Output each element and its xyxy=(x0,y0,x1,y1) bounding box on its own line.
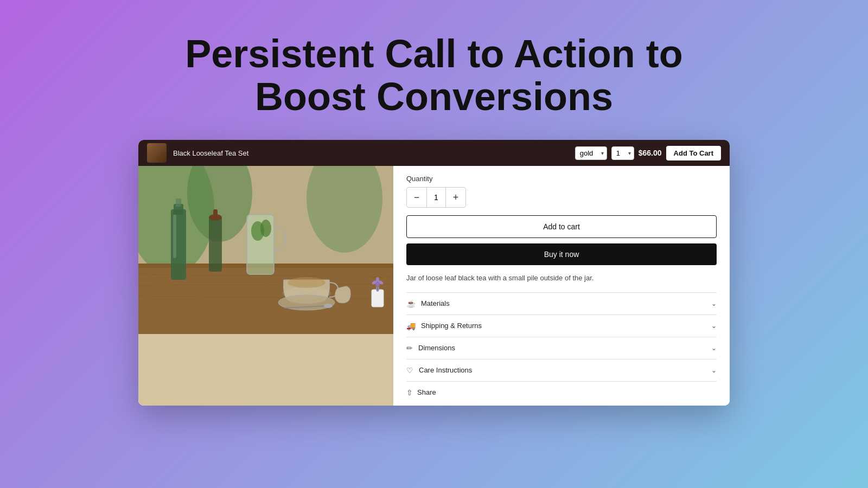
svg-rect-19 xyxy=(213,209,218,220)
svg-point-21 xyxy=(288,277,326,288)
shipping-chevron-icon: ⌄ xyxy=(711,322,717,330)
materials-label: Materials xyxy=(421,299,450,307)
product-description: Jar of loose leaf black tea with a small… xyxy=(406,273,717,284)
care-instructions-label: Care Instructions xyxy=(419,366,472,374)
headline-line1: Persistent Call to Action to xyxy=(185,32,682,75)
product-image xyxy=(138,166,393,334)
share-row[interactable]: ⇧ Share xyxy=(406,381,717,397)
headline-line2: Boost Conversions xyxy=(255,75,613,118)
shipping-icon: 🚚 xyxy=(406,322,416,330)
sticky-controls: gold 1 $66.00 Add To Cart xyxy=(575,146,721,160)
product-image-area xyxy=(138,166,393,406)
quantity-control: − 1 + xyxy=(406,187,466,208)
accordion-dimensions[interactable]: ✏ Dimensions ⌄ xyxy=(406,337,717,359)
product-content-area: Quantity − 1 + Add to cart Buy it now Ja… xyxy=(138,166,730,406)
accordion-shipping[interactable]: 🚚 Shipping & Returns ⌄ xyxy=(406,314,717,337)
browser-window: Black Looseleaf Tea Set gold 1 $66.00 Ad… xyxy=(138,140,730,406)
color-select[interactable]: gold xyxy=(575,146,607,160)
dimensions-icon: ✏ xyxy=(406,344,413,352)
shipping-label: Shipping & Returns xyxy=(421,322,482,330)
sticky-quantity-select[interactable]: 1 xyxy=(611,146,634,160)
care-instructions-icon: ♡ xyxy=(406,366,413,375)
quantity-increase-button[interactable]: + xyxy=(446,188,465,207)
page-headline: Persistent Call to Action to Boost Conve… xyxy=(185,33,682,118)
quantity-label: Quantity xyxy=(406,175,717,183)
share-icon: ⇧ xyxy=(406,388,413,397)
materials-icon: ☕ xyxy=(406,299,416,308)
materials-chevron-icon: ⌄ xyxy=(711,300,717,307)
care-instructions-chevron-icon: ⌄ xyxy=(711,367,717,374)
sticky-cta-bar: Black Looseleaf Tea Set gold 1 $66.00 Ad… xyxy=(138,140,730,166)
accordion-care-instructions[interactable]: ♡ Care Instructions ⌄ xyxy=(406,359,717,381)
sticky-product-title: Black Looseleaf Tea Set xyxy=(173,149,569,157)
accordion-materials[interactable]: ☕ Materials ⌄ xyxy=(406,292,717,314)
quantity-decrease-button[interactable]: − xyxy=(407,188,426,207)
product-details-panel: Quantity − 1 + Add to cart Buy it now Ja… xyxy=(393,166,730,406)
quantity-select-wrapper[interactable]: 1 xyxy=(611,146,634,160)
sticky-add-to-cart-button[interactable]: Add To Cart xyxy=(666,146,721,160)
svg-rect-17 xyxy=(209,217,222,272)
svg-point-24 xyxy=(324,304,333,308)
share-label: Share xyxy=(417,388,436,396)
color-select-wrapper[interactable]: gold xyxy=(575,146,607,160)
svg-point-29 xyxy=(376,277,379,282)
tea-scene-svg xyxy=(138,166,393,334)
svg-point-31 xyxy=(375,282,380,286)
sticky-price: $66.00 xyxy=(639,149,662,157)
svg-point-16 xyxy=(260,220,271,237)
svg-rect-25 xyxy=(372,290,384,307)
dimensions-label: Dimensions xyxy=(418,344,455,352)
buy-now-button[interactable]: Buy it now xyxy=(406,243,717,265)
quantity-value: 1 xyxy=(426,188,446,207)
add-to-cart-button[interactable]: Add to cart xyxy=(406,215,717,238)
sticky-thumbnail xyxy=(147,143,167,163)
dimensions-chevron-icon: ⌄ xyxy=(711,344,717,352)
svg-rect-12 xyxy=(176,198,181,207)
svg-rect-13 xyxy=(173,215,176,258)
